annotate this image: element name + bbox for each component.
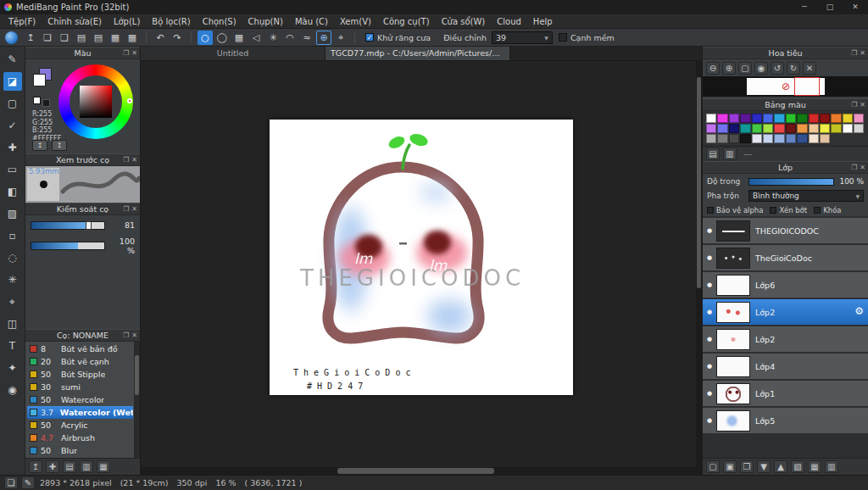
- popout-icon[interactable]: ❐: [123, 47, 129, 59]
- palette-swatch[interactable]: [752, 114, 762, 123]
- redo-icon[interactable]: ↷: [170, 31, 185, 45]
- menu-item[interactable]: Công cụ(T): [377, 14, 436, 28]
- canvas-info-icon[interactable]: ❏: [4, 476, 18, 489]
- softedge-checkbox[interactable]: Cạnh mềm: [559, 33, 615, 42]
- grid-icon[interactable]: ▦: [125, 31, 140, 45]
- canvas-horizontal-scrollbar[interactable]: [141, 467, 702, 475]
- duplicate-layer-icon[interactable]: ❐: [740, 460, 754, 473]
- scatter-icon[interactable]: ✳: [265, 31, 281, 45]
- palette-swatch[interactable]: [740, 114, 750, 123]
- palette-swatch[interactable]: [820, 124, 830, 133]
- dash-select-tool[interactable]: ▫: [3, 226, 22, 245]
- magic-wand-tool[interactable]: ✳: [3, 270, 22, 289]
- default-colors-icon[interactable]: [33, 97, 41, 104]
- palette-swatch[interactable]: [729, 134, 739, 143]
- Lớp6[interactable]: ● Lớp6 ⚙: [703, 272, 868, 298]
- color-wheel[interactable]: [58, 64, 133, 139]
- menu-item[interactable]: Help: [527, 14, 559, 28]
- navigator-preview[interactable]: ⊘: [703, 76, 868, 97]
- palette-swatch[interactable]: [706, 134, 716, 143]
- undo-icon[interactable]: ↶: [153, 31, 168, 45]
- snap-target-icon[interactable]: ⊕: [316, 31, 331, 45]
- visibility-icon[interactable]: ●: [703, 336, 716, 342]
- Lớp1[interactable]: ● Lớp1 ⚙: [703, 381, 868, 406]
- marquee-tool[interactable]: ▭: [3, 160, 22, 179]
- popout-icon[interactable]: ❐: [851, 99, 857, 111]
- comment-icon[interactable]: ❏: [40, 31, 55, 45]
- rotate-left-icon[interactable]: ↺: [771, 62, 784, 75]
- Bút vẽ bản đồ[interactable]: 8 Bút vẽ bản đồ: [27, 342, 133, 355]
- crosshair-icon[interactable]: ⌖: [333, 31, 348, 45]
- delete-layer-icon[interactable]: ▥: [825, 460, 838, 473]
- palette-swatch[interactable]: [843, 124, 853, 133]
- palette-swatch[interactable]: [843, 114, 853, 123]
- foreground-color-swatch[interactable]: [33, 74, 46, 86]
- rotate-right-icon[interactable]: ↻: [787, 62, 800, 75]
- Bút Stipple[interactable]: 50 Bút Stipple: [27, 368, 133, 381]
- close-icon[interactable]: ✕: [860, 162, 865, 174]
- delete-color-icon[interactable]: ▥: [723, 148, 737, 160]
- visibility-icon[interactable]: ●: [703, 417, 716, 424]
- palette-swatch[interactable]: [717, 134, 727, 143]
- visibility-icon[interactable]: ●: [703, 390, 716, 397]
- menu-item[interactable]: Lớp(L): [108, 14, 146, 28]
- new-layer-icon[interactable]: ▢: [706, 460, 720, 473]
- close-icon[interactable]: ✕: [860, 47, 865, 59]
- menu-item[interactable]: Tệp(F): [3, 14, 42, 28]
- visibility-icon[interactable]: ●: [703, 281, 716, 288]
- upload-brush-icon[interactable]: ↥: [29, 460, 42, 473]
- visibility-icon[interactable]: ●: [703, 254, 716, 261]
- scrollbar-thumb[interactable]: [697, 77, 701, 288]
- popout-icon[interactable]: ❐: [123, 203, 129, 215]
- palette-swatch[interactable]: [717, 124, 727, 133]
- palette-swatch[interactable]: [786, 124, 796, 133]
- minimize-button[interactable]: ─: [792, 0, 817, 14]
- Lớp2[interactable]: ● Lớp2 ⚙: [703, 326, 868, 352]
- ellipse-select-icon[interactable]: ○: [198, 31, 213, 45]
- layer-option-checkbox[interactable]: Bảo vệ alpha: [707, 206, 763, 214]
- palette-swatch[interactable]: [763, 124, 773, 133]
- popout-icon[interactable]: ❐: [123, 154, 129, 166]
- palette-swatch[interactable]: [729, 124, 739, 133]
- palette-swatch[interactable]: [797, 114, 807, 123]
- adjust-dropdown[interactable]: 39 ▼: [492, 31, 553, 44]
- gradient-tool[interactable]: ▨: [3, 204, 22, 223]
- menu-item[interactable]: Màu (C): [289, 14, 334, 28]
- close-icon[interactable]: ✕: [131, 154, 137, 166]
- palette-swatch[interactable]: [797, 134, 807, 143]
- menu-item[interactable]: Chỉnh sửa(E): [42, 14, 108, 28]
- page-icon[interactable]: ▤: [74, 31, 89, 45]
- close-button[interactable]: ✕: [843, 0, 868, 14]
- layer-option-checkbox[interactable]: Xén bớt: [770, 206, 807, 214]
- menu-item[interactable]: Cloud: [491, 14, 527, 28]
- clear-layer-icon[interactable]: ▧: [791, 460, 804, 473]
- menu-item[interactable]: Chọn(S): [197, 14, 242, 28]
- add-color-icon[interactable]: ▤: [706, 148, 720, 160]
- palette-swatch[interactable]: [831, 124, 841, 133]
- add-brush-icon[interactable]: ✚: [46, 460, 59, 473]
- close-icon[interactable]: ✕: [131, 47, 137, 59]
- close-icon[interactable]: ✕: [131, 330, 137, 342]
- palette-swatch[interactable]: [809, 134, 819, 143]
- lasso-tool[interactable]: ◌: [3, 248, 22, 267]
- Lớp5[interactable]: ● Lớp5 ⚙: [703, 408, 868, 433]
- slider-handle[interactable]: [86, 221, 92, 230]
- Watercolor (Wet)[interactable]: 3.7 Watercolor (Wet): [27, 406, 133, 419]
- palette-swatch[interactable]: [752, 134, 762, 143]
- antialias-checkbox[interactable]: ✓ Khử răng cưa: [365, 33, 431, 42]
- close-icon[interactable]: ✕: [860, 99, 865, 111]
- active-brush-icon[interactable]: [5, 31, 18, 44]
- TheGioiCoDoc[interactable]: ● TheGioiCoDoc ⚙: [703, 245, 868, 270]
- palette-swatch[interactable]: [820, 134, 830, 143]
- popout-icon[interactable]: ❐: [851, 162, 857, 174]
- arc-icon[interactable]: ◠: [282, 31, 298, 45]
- mesh-icon[interactable]: ▦: [231, 31, 247, 45]
- Blur[interactable]: 50 Blur: [27, 444, 133, 457]
- palette-swatch[interactable]: [797, 124, 807, 133]
- visibility-icon[interactable]: ●: [703, 363, 716, 370]
- saturation-square[interactable]: [80, 86, 112, 118]
- palette-swatch[interactable]: [854, 114, 864, 123]
- ellipse-icon[interactable]: ◯: [214, 31, 230, 45]
- layer-settings-icon[interactable]: ▦: [808, 460, 821, 473]
- navigator-viewport-rect[interactable]: [794, 77, 820, 96]
